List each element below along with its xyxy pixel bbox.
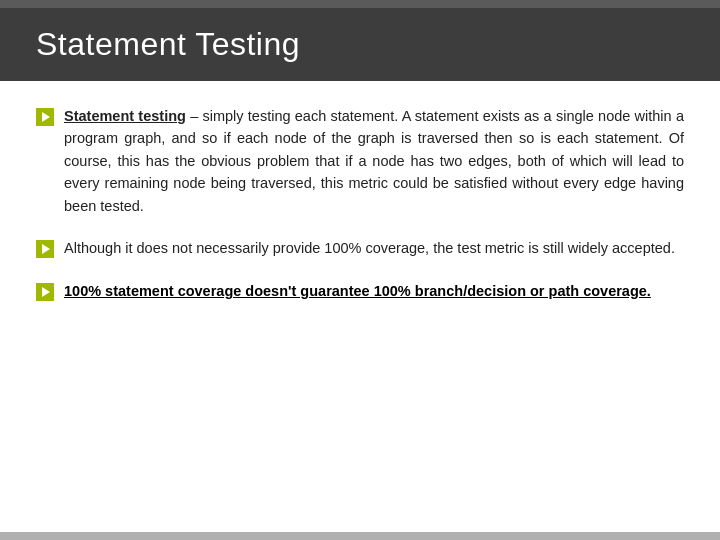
title-bar: Statement Testing	[0, 8, 720, 81]
bullet-icon-3	[36, 283, 54, 301]
bottom-bar	[0, 532, 720, 540]
top-bar	[0, 0, 720, 8]
bullet-3-link[interactable]: 100% statement coverage doesn't guarante…	[64, 283, 651, 299]
bullet-2-body: Although it does not necessarily provide…	[64, 240, 675, 256]
slide-title: Statement Testing	[36, 26, 300, 62]
bullet-text-2: Although it does not necessarily provide…	[64, 237, 675, 259]
bullet-item-3: 100% statement coverage doesn't guarante…	[36, 280, 684, 302]
bullet-icon-1	[36, 108, 54, 126]
bullet-text-1: Statement testing – simply testing each …	[64, 105, 684, 217]
content-area: Statement testing – simply testing each …	[0, 81, 720, 532]
slide-container: Statement Testing Statement testing – si…	[0, 0, 720, 540]
bullet-item-1: Statement testing – simply testing each …	[36, 105, 684, 217]
bullet-icon-2	[36, 240, 54, 258]
term-statement-testing: Statement testing	[64, 108, 186, 124]
bullet-item-2: Although it does not necessarily provide…	[36, 237, 684, 259]
bullet-text-3: 100% statement coverage doesn't guarante…	[64, 280, 651, 302]
